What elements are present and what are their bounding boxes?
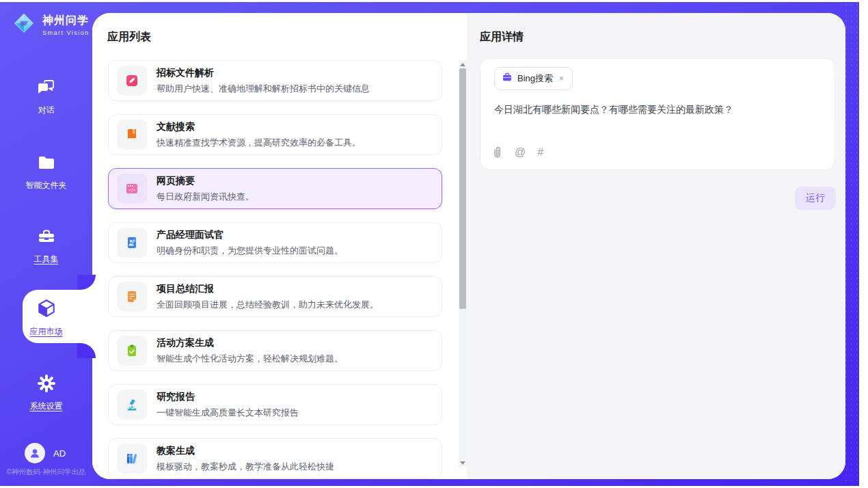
app-desc: 每日政府新闻资讯快查。 [157,191,254,203]
app-list-panel: 应用列表 招标文件解析 帮助用户快速、准确地 [92,13,467,479]
tool-tag-bing-search[interactable]: Bing搜索 × [494,67,573,90]
run-button[interactable]: 运行 [795,187,836,210]
paperclip-icon[interactable] [492,146,503,159]
app-card-research-report[interactable]: 研究报告 一键智能生成高质量长文本研究报告 [108,384,442,425]
tag-label: Bing搜索 [517,72,553,85]
clipboard-check-icon [117,336,147,366]
svg-text:</>: </> [128,187,136,192]
sidebar-item-toolset[interactable]: 工具集 [0,224,92,268]
scroll-down-arrow[interactable] [459,459,467,467]
app-card-project-summary[interactable]: 项目总结汇报 全面回顾项目进展，总结经验教训，助力未来优化发展。 [108,276,442,317]
sidebar-item-settings[interactable]: 系统设置 [0,371,92,415]
sidebar-item-label: 系统设置 [30,401,63,412]
app-card-lesson-plan[interactable]: 教案生成 模板驱动，教案秒成，教学准备从此轻松快捷 [108,438,442,479]
sidebar-item-label: 工具集 [34,254,59,265]
interviewer-icon [117,228,147,258]
main-content: 应用列表 招标文件解析 帮助用户快速、准确地 [92,13,845,479]
prompt-card: Bing搜索 × 今日湖北有哪些新闻要点？有哪些需要关注的最新政策？ @ # [480,58,835,170]
app-card-web-summary[interactable]: </> 网页摘要 每日政府新闻资讯快查。 [108,168,442,209]
app-name: 网页摘要 [157,175,254,187]
hash-icon[interactable]: # [537,146,543,159]
app-desc: 明确身份和职责，为您提供专业性的面试问题。 [157,245,343,257]
app-card-event-plan[interactable]: 活动方案生成 智能生成个性化活动方案，轻松解决规划难题。 [108,330,442,371]
folder-icon [37,153,56,175]
brand-name: 神州问学 [42,14,90,28]
app-name: 研究报告 [157,391,299,403]
app-desc: 一键智能生成高质量长文本研究报告 [157,407,299,419]
at-icon[interactable]: @ [515,146,526,159]
app-name: 招标文件解析 [157,67,370,79]
app-name: 活动方案生成 [157,337,343,349]
app-card-literature-search[interactable]: 文献搜索 快速精准查找学术资源，提高研究效率的必备工具。 [108,114,442,155]
brand-logo: 神州问学 Smart Vision [11,10,90,39]
browser-code-icon: </> [117,174,147,204]
sidebar-item-smart-folder[interactable]: 智能文件夹 [0,150,92,194]
app-desc: 智能生成个性化活动方案，轻松解决规划难题。 [157,353,343,365]
list-scrollbar[interactable] [459,60,467,467]
brand-tagline: Smart Vision [42,29,90,36]
sidebar-item-label: 对话 [38,105,55,116]
gear-icon [37,374,56,396]
avatar [25,443,45,463]
briefcase-icon [502,72,513,85]
app-frame: 神州问学 Smart Vision 对话 智能文件夹 [0,2,859,486]
sidebar-item-label: 智能文件夹 [26,180,67,191]
note-icon [117,282,147,312]
app-desc: 快速精准查找学术资源，提高研究效率的必备工具。 [157,137,361,149]
copyright-footer: ©神州数码·神州问学出品 [0,467,92,477]
app-card-bid-parse[interactable]: 招标文件解析 帮助用户快速、准确地理解和解析招标书中的关键信息 [108,60,442,101]
app-desc: 模板驱动，教案秒成，教学准备从此轻松快捷 [157,461,334,473]
toolbox-icon [37,227,56,249]
app-detail-title: 应用详情 [480,30,524,44]
chat-icon [37,78,56,100]
app-desc: 全面回顾项目进展，总结经验教训，助力未来优化发展。 [157,299,379,311]
scrollbar-thumb[interactable] [459,68,466,309]
app-name: 项目总结汇报 [157,283,379,295]
bubble-curve-bottom [77,343,96,358]
user-account[interactable]: AD [25,443,66,463]
user-initials: AD [53,448,66,459]
app-desc: 帮助用户快速、准确地理解和解析招标书中的关键信息 [157,83,370,95]
books-icon [117,444,147,474]
diamond-logo-icon [11,10,37,39]
sidebar-item-chat[interactable]: 对话 [0,75,92,119]
prompt-text-input[interactable]: 今日湖北有哪些新闻要点？有哪些需要关注的最新政策？ [494,103,821,117]
microscope-icon [117,390,147,420]
app-detail-panel: 应用详情 Bing搜索 × 今日湖北有哪些新闻要点？有哪些需要关注的最新政策？ [467,13,845,479]
app-name: 产品经理面试官 [157,229,343,241]
pen-square-icon [117,66,147,96]
sidebar-item-app-market[interactable]: 应用市场 [0,296,92,340]
close-icon[interactable]: × [558,74,565,83]
app-name: 教案生成 [157,445,334,457]
input-toolbar: @ # [492,146,543,159]
app-card-pm-interviewer[interactable]: 产品经理面试官 明确身份和职责，为您提供专业性的面试问题。 [108,222,442,263]
book-icon [117,120,147,150]
cube-icon [36,298,57,321]
app-list: 招标文件解析 帮助用户快速、准确地理解和解析招标书中的关键信息 文献搜索 [108,60,451,479]
bubble-curve-top [77,275,96,290]
sidebar-item-label: 应用市场 [30,326,63,338]
scroll-up-arrow[interactable] [459,60,467,68]
sidebar: 神州问学 Smart Vision 对话 智能文件夹 [0,2,92,486]
app-name: 文献搜索 [157,121,361,133]
decor-dot-strip [843,2,859,486]
app-list-title: 应用列表 [107,30,151,44]
